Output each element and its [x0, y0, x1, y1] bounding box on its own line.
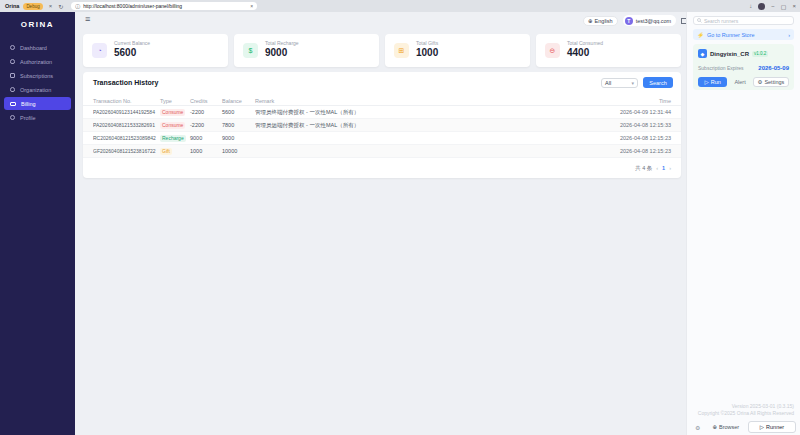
runner-card-header: ◆ Dingyixin_CR v1.0.2: [698, 49, 789, 58]
dashboard-icon: [10, 45, 15, 50]
run-button[interactable]: ▷ Run: [698, 77, 727, 87]
credits-cell: -2200: [190, 109, 222, 115]
sidebar-item-profile[interactable]: Profile: [4, 111, 71, 124]
remark-cell: 管理员终端付费授权 - 一次性MAL（所有）: [255, 109, 579, 116]
sidebar-item-subscriptions[interactable]: Subscriptions: [4, 69, 71, 82]
transaction-history-panel: Transaction History All ▾ Search Transac…: [83, 72, 681, 178]
organization-icon: [10, 87, 15, 92]
version-badge: v1.0.2: [752, 51, 768, 57]
url-bar[interactable]: ⓘ http://localhost:8000/admin/user-panel…: [71, 2, 257, 10]
play-icon: ▷: [705, 79, 709, 85]
runner-store-link[interactable]: ⚡ Go to Runner Store ›: [693, 29, 794, 40]
user-menu[interactable]: T test3@qq.com: [623, 15, 677, 26]
stat-label: Current Balance: [114, 40, 150, 46]
page-number[interactable]: 1: [662, 165, 665, 171]
maximize-icon[interactable]: ▢: [781, 3, 787, 10]
pagination-total: 共 4 条: [635, 165, 652, 172]
browser-profile-avatar[interactable]: [758, 3, 765, 10]
bottom-bar: ⚙ ⊕ Browser ▷ Runner: [687, 419, 800, 435]
stat-value: 9000: [265, 47, 287, 58]
balance-cell: 7800: [222, 122, 255, 128]
column-header: Remark: [255, 98, 579, 104]
stat-label: Total Gifts: [416, 40, 438, 46]
tab-close-icon[interactable]: ×: [49, 3, 53, 9]
browser-label: Browser: [719, 424, 739, 430]
search-placeholder: Search runners: [704, 18, 738, 24]
sidebar-item-authorization[interactable]: Authorization: [4, 55, 71, 68]
sidebar-item-label: Subscriptions: [20, 73, 53, 79]
table-row[interactable]: RC20260408121523089842 Recharge 9000 900…: [83, 132, 681, 145]
profile-icon: [10, 115, 15, 120]
settings-label: Settings: [764, 79, 784, 85]
type-badge: Recharge: [160, 135, 186, 142]
minimize-icon[interactable]: −: [771, 3, 775, 9]
column-header: Credits: [190, 98, 222, 104]
sidebar-item-label: Organization: [20, 87, 51, 93]
balance-cell: 5600: [222, 109, 255, 115]
browser-tab-button[interactable]: ⊕ Browser: [712, 424, 739, 430]
app-logo: ORINA: [0, 12, 75, 29]
type-badge: Gift: [160, 148, 172, 155]
store-link-label: Go to Runner Store: [707, 32, 785, 38]
downloads-icon[interactable]: ↓: [749, 3, 752, 9]
time-cell: 2026-04-08 12:15:33: [579, 122, 671, 128]
next-page-icon[interactable]: ›: [669, 165, 671, 171]
expires-label: Subscription Expires: [698, 65, 744, 71]
stat-card-total-consumed: ⊖ Total Consumed 4400: [536, 34, 681, 67]
type-filter-select[interactable]: All ▾: [601, 78, 638, 88]
url-clear-icon[interactable]: ×: [250, 3, 253, 9]
browser-tab-title[interactable]: Orina: [5, 3, 19, 9]
runner-app-icon: ◆: [698, 49, 707, 58]
runner-tab-button[interactable]: ▷ Runner: [748, 421, 796, 433]
store-icon: ⚡: [697, 32, 704, 38]
browser-chrome: Orina Debug × ↻ ⓘ http://localhost:8000/…: [0, 0, 800, 12]
sidebar-item-label: Billing: [21, 101, 36, 107]
balance-icon: ◔: [92, 43, 107, 58]
page-title: Transaction History: [93, 79, 158, 86]
browser-tab-badge: Debug: [23, 3, 42, 10]
runner-label: Runner: [766, 424, 784, 430]
table-row[interactable]: GF20260408121523816722 Gift 1000 10000 2…: [83, 145, 681, 158]
table-row[interactable]: PA20260408121533282691 Consume -2200 780…: [83, 119, 681, 132]
sidebar: ORINA Dashboard Authorization Subscripti…: [0, 12, 75, 435]
time-cell: 2026-04-08 12:15:23: [579, 148, 671, 154]
remark-cell: 管理员远端付费授权 - 一次性MAL（所有）: [255, 122, 579, 129]
sidebar-item-dashboard[interactable]: Dashboard: [4, 41, 71, 54]
table-row[interactable]: PA20260409123144192584 Consume -2200 560…: [83, 106, 681, 119]
window-close-icon[interactable]: ×: [792, 3, 796, 9]
chevron-right-icon: ›: [788, 32, 790, 38]
balance-cell: 10000: [222, 148, 255, 154]
stat-label: Total Recharge: [265, 40, 299, 46]
credits-cell: 9000: [190, 135, 222, 141]
sidebar-item-label: Dashboard: [20, 45, 47, 51]
site-info-icon[interactable]: ⓘ: [75, 3, 80, 9]
stat-card-total-recharge: $ Total Recharge 9000: [234, 34, 379, 67]
menu-toggle-icon[interactable]: ≡: [85, 14, 90, 24]
runner-panel: Search runners ⚡ Go to Runner Store › ◆ …: [686, 12, 800, 435]
balance-cell: 9000: [222, 135, 255, 141]
version-info: Version 2025-03-01 (0.3.15) Copyright ©2…: [698, 403, 794, 417]
screen: Orina Debug × ↻ ⓘ http://localhost:8000/…: [0, 0, 800, 435]
language-selector[interactable]: ⊕ English: [583, 16, 618, 26]
sidebar-menu: Dashboard Authorization Subscriptions Or…: [0, 41, 75, 124]
sidebar-item-label: Authorization: [20, 59, 52, 65]
settings-button[interactable]: ⚙ Settings: [753, 77, 789, 87]
gear-icon[interactable]: ⚙: [695, 424, 700, 431]
prev-page-icon[interactable]: ‹: [656, 165, 658, 171]
url-text[interactable]: http://localhost:8000/admin/user-panel/b…: [83, 3, 247, 9]
sidebar-item-organization[interactable]: Organization: [4, 83, 71, 96]
credits-cell: 1000: [190, 148, 222, 154]
stat-value: 4400: [567, 47, 589, 58]
language-label: English: [595, 18, 613, 24]
reload-icon[interactable]: ↻: [58, 3, 63, 10]
transaction-no: PA20260408121533282691: [93, 122, 160, 128]
sidebar-item-billing[interactable]: Billing: [4, 97, 71, 110]
search-button[interactable]: Search: [643, 77, 673, 88]
pagination: 共 4 条 ‹ 1 ›: [635, 162, 671, 174]
browser-controls: ↓ − ▢ ×: [749, 0, 796, 12]
dollar-icon: $: [243, 43, 258, 58]
alert-button[interactable]: Alert: [730, 79, 749, 85]
runner-search-input[interactable]: Search runners: [693, 16, 794, 25]
transaction-no: RC20260408121523089842: [93, 135, 160, 141]
column-header: Transaction No.: [93, 98, 160, 104]
